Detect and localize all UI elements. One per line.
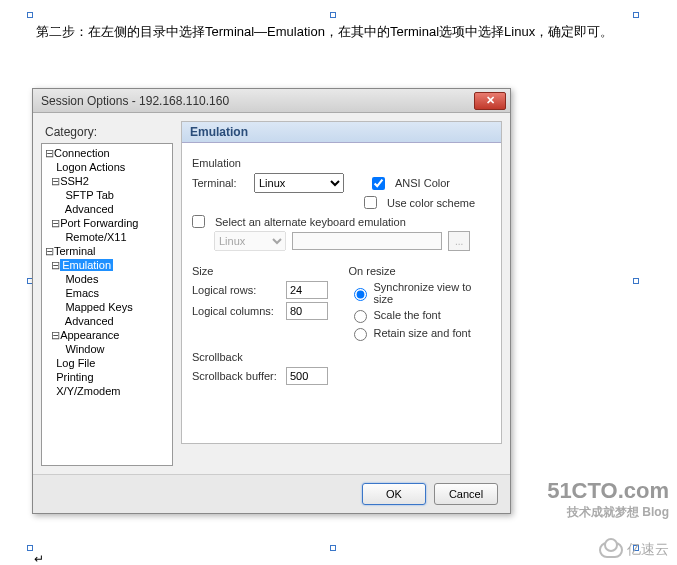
retain-size-radio[interactable] <box>354 328 367 341</box>
collapse-icon[interactable]: ⊟ <box>50 258 60 272</box>
alt-keyboard-checkbox[interactable] <box>192 215 205 228</box>
terminal-label: Terminal: <box>192 177 248 189</box>
cursor-marker: ↵ <box>34 552 44 565</box>
scrollback-label: Scrollback buffer: <box>192 370 280 382</box>
use-color-scheme-label: Use color scheme <box>387 197 475 209</box>
collapse-icon[interactable]: ⊟ <box>44 146 54 160</box>
logical-rows-input[interactable] <box>286 281 328 299</box>
titlebar[interactable]: Session Options - 192.168.110.160 ✕ <box>33 89 510 113</box>
tree-remote-x11[interactable]: Remote/X11 <box>42 230 172 244</box>
tree-terminal[interactable]: ⊟Terminal <box>42 244 172 258</box>
tree-emulation[interactable]: ⊟Emulation <box>42 258 172 272</box>
use-color-scheme-checkbox[interactable] <box>364 196 377 209</box>
close-icon: ✕ <box>486 94 495 107</box>
collapse-icon[interactable]: ⊟ <box>44 244 54 258</box>
sync-view-label: Synchronize view to size <box>374 281 492 305</box>
cancel-button[interactable]: Cancel <box>434 483 498 505</box>
settings-panel: Emulation Emulation Terminal: Linux ANSI… <box>181 121 502 444</box>
onresize-group-label: On resize <box>349 265 492 277</box>
ansi-color-label: ANSI Color <box>395 177 450 189</box>
resize-handle[interactable] <box>633 278 639 284</box>
category-label: Category: <box>45 125 173 139</box>
scrollback-input[interactable] <box>286 367 328 385</box>
emulation-group-label: Emulation <box>192 157 491 169</box>
alt-keyboard-label: Select an alternate keyboard emulation <box>215 216 406 228</box>
window-title: Session Options - 192.168.110.160 <box>41 94 474 108</box>
browse-button: ... <box>448 231 470 251</box>
dialog-footer: OK Cancel <box>33 474 510 513</box>
tree-log-file[interactable]: Log File <box>42 356 172 370</box>
tree-mapped-keys[interactable]: Mapped Keys <box>42 300 172 314</box>
resize-handle[interactable] <box>27 12 33 18</box>
tree-advanced-emulation[interactable]: Advanced <box>42 314 172 328</box>
instruction-text: 第二步：在左侧的目录中选择Terminal—Emulation，在其中的Term… <box>36 22 616 42</box>
tree-ssh2[interactable]: ⊟SSH2 <box>42 174 172 188</box>
tree-printing[interactable]: Printing <box>42 370 172 384</box>
tree-advanced-ssh[interactable]: Advanced <box>42 202 172 216</box>
watermark-yisu: 亿速云 <box>599 541 669 559</box>
scrollback-group-label: Scrollback <box>192 351 491 363</box>
panel-header: Emulation <box>182 122 501 143</box>
cloud-icon <box>599 542 623 558</box>
terminal-select[interactable]: Linux <box>254 173 344 193</box>
resize-handle[interactable] <box>27 545 33 551</box>
logical-cols-label: Logical columns: <box>192 305 280 317</box>
sync-view-radio[interactable] <box>354 288 367 301</box>
tree-xyzmodem[interactable]: X/Y/Zmodem <box>42 384 172 398</box>
tree-logon-actions[interactable]: Logon Actions <box>42 160 172 174</box>
resize-handle[interactable] <box>633 12 639 18</box>
tree-modes[interactable]: Modes <box>42 272 172 286</box>
tree-window[interactable]: Window <box>42 342 172 356</box>
tree-port-forwarding[interactable]: ⊟Port Forwarding <box>42 216 172 230</box>
watermark-51cto: 51CTO.com 技术成就梦想 Blog <box>547 478 669 521</box>
retain-size-label: Retain size and font <box>374 327 471 339</box>
tree-emacs[interactable]: Emacs <box>42 286 172 300</box>
category-tree[interactable]: ⊟Connection Logon Actions ⊟SSH2 SFTP Tab… <box>41 143 173 466</box>
logical-rows-label: Logical rows: <box>192 284 280 296</box>
size-group-label: Size <box>192 265 335 277</box>
collapse-icon[interactable]: ⊟ <box>50 216 60 230</box>
tree-sftp-tab[interactable]: SFTP Tab <box>42 188 172 202</box>
collapse-icon[interactable]: ⊟ <box>50 328 60 342</box>
ok-button[interactable]: OK <box>362 483 426 505</box>
resize-handle[interactable] <box>330 12 336 18</box>
tree-appearance[interactable]: ⊟Appearance <box>42 328 172 342</box>
logical-cols-input[interactable] <box>286 302 328 320</box>
session-options-dialog: Session Options - 192.168.110.160 ✕ Cate… <box>32 88 511 514</box>
tree-connection[interactable]: ⊟Connection <box>42 146 172 160</box>
scale-font-radio[interactable] <box>354 310 367 323</box>
scale-font-label: Scale the font <box>374 309 441 321</box>
close-button[interactable]: ✕ <box>474 92 506 110</box>
collapse-icon[interactable]: ⊟ <box>50 174 60 188</box>
resize-handle[interactable] <box>330 545 336 551</box>
ansi-color-checkbox[interactable] <box>372 177 385 190</box>
alt-keyboard-path <box>292 232 442 250</box>
alt-keyboard-select: Linux <box>214 231 286 251</box>
